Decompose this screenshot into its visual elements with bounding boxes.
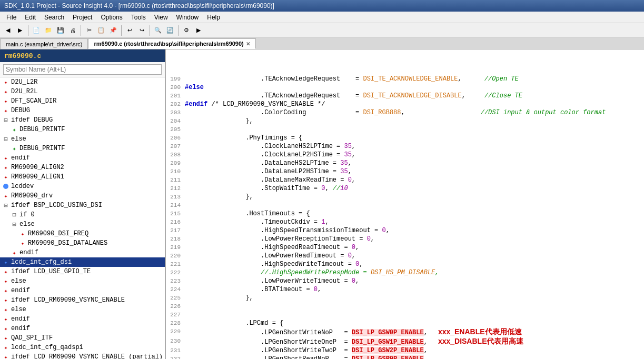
menu-edit[interactable]: Edit [21,13,40,22]
symbol-item[interactable]: ✦lcdc_int_cfg_dsi [0,257,165,267]
back-button[interactable]: ◀ [2,25,14,36]
hash-icon: ✦ [2,78,9,86]
symbol-item[interactable]: ⊟ifdef DEBUG [0,115,165,125]
copy-button[interactable]: 📋 [95,25,107,36]
hash-icon: ✦ [2,277,9,285]
symbol-label: RM69090_DSI_FREQ [28,230,88,237]
line-number: 215 [166,210,185,218]
menu-project[interactable]: Project [68,13,96,22]
redo-button[interactable]: ↪ [136,25,147,36]
open-button[interactable]: 📁 [43,25,54,36]
symbol-label: QAD_SPI_ITF [11,334,53,342]
code-line: 204 }, [166,117,644,125]
symbol-label: DEBUG [11,107,30,114]
hash-icon: ✦ [2,334,9,342]
save-button[interactable]: 💾 [55,25,66,36]
line-content: .HighSpeedReadTimeout = 0, [185,243,644,252]
symbol-item[interactable]: ✦endif [0,248,165,257]
build-button[interactable]: ⚙ [181,25,192,36]
symbol-label: ifdef LCD_RM69090_VSYNC_ENABLE (partial) [11,353,163,359]
menu-help[interactable]: Help [203,13,224,22]
tab-rm69090-close[interactable]: ✕ [246,41,250,47]
line-number: 202 [166,100,185,108]
code-line: 217 .HighSpeedTransmissionTimeout = 0, [166,226,644,235]
symbol-item[interactable]: ✦endif [0,314,165,324]
print-button[interactable]: 🖨 [67,25,78,36]
annotation-enable: xxx_ENABLE代表用低速 [438,327,522,336]
symbol-item[interactable]: ✦QAD_SPI_ITF [0,333,165,343]
line-number: 217 [166,226,185,235]
forward-button[interactable]: ▶ [14,25,26,36]
code-line: 200#else [166,83,644,92]
code-panel[interactable]: 199 .TEAcknowledgeRequest = DSI_TE_ACKNO… [166,49,644,359]
code-line: 205 [166,125,644,134]
line-content: .DataLaneHS2LPTime = 35, [185,159,644,167]
line-content: .LowPowerReceptionTimeout = 0, [185,235,644,243]
run-button[interactable]: ▶ [193,25,204,36]
code-line: 212 .StopWaitTime = 0, //10 [166,184,644,193]
symbol-item[interactable]: ✦RM69090_ALIGN2 [0,163,165,172]
symbol-item[interactable]: lcddev [0,182,165,191]
menu-file[interactable]: File [2,13,21,22]
line-number: 222 [166,268,185,277]
code-line: 206 .PhyTimings = { [166,134,644,142]
hash-icon: ✦ [2,192,9,200]
code-line: 224 .BTATimeout = 0, [166,285,644,294]
line-number: 220 [166,252,185,260]
title-bar: SDK_1.0.1 Project - Source Insight 4.0 -… [0,0,644,12]
tab-rm69090[interactable]: rm69090.c (rtos\rtthread\bsp\sifli\perip… [88,38,255,49]
symbol-item[interactable]: ✦ifdef LCD_USE_GPIO_TE [0,267,165,276]
code-line: 215 .HostTimeouts = { [166,210,644,218]
replace-button[interactable]: 🔄 [164,25,176,36]
symbol-item[interactable]: ✦else [0,276,165,286]
symbol-item[interactable]: ✦RM69090_DSI_DATALANES [0,238,165,248]
search-button[interactable]: 🔍 [152,25,164,36]
symbol-item[interactable]: ✦RM69090_drv [0,191,165,201]
code-line: 201 .TEAcknowledgeRequest = DSI_TE_ACKNO… [166,92,644,100]
symbol-item[interactable]: ✦DFT_SCAN_DIR [0,96,165,106]
menu-window[interactable]: Window [172,13,203,22]
symbol-item[interactable]: ⊟else [0,220,165,229]
menu-tools[interactable]: Tools [127,13,150,22]
symbol-item[interactable]: ✦RM69090_DSI_FREQ [0,229,165,238]
symbol-item[interactable]: ✦RM69090_ALIGN1 [0,172,165,182]
symbol-item[interactable]: ✦else [0,305,165,314]
code-line: 209 .DataLaneHS2LPTime = 35, [166,159,644,167]
tab-mainc[interactable]: main.c (example\rt_driver\src) [0,38,88,49]
symbol-label: lcdc_int_cfg_qadspi [11,344,83,351]
line-content: #else [185,83,644,92]
line-content: }, [185,294,644,302]
symbol-item[interactable]: ✦D2U_R2L [0,87,165,96]
menu-search[interactable]: Search [40,13,68,22]
cut-button[interactable]: ✂ [83,25,95,36]
symbol-item[interactable]: ✦DEBUG_PRINTF [0,144,165,153]
symbol-item[interactable]: ⊟if 0 [0,210,165,220]
new-button[interactable]: 📄 [31,25,42,36]
symbol-item[interactable]: ✦ifdef LCD_RM69090_VSYNC_ENABLE (partial… [0,352,165,359]
menu-view[interactable]: View [150,13,172,22]
symbol-search-input[interactable] [3,64,162,75]
expand-icon: ⊟ [2,135,9,143]
symbol-item[interactable]: ✦DEBUG_PRINTF [0,125,165,134]
undo-button[interactable]: ↩ [124,25,135,36]
file-name: rm69090.c [4,52,41,60]
symbol-item[interactable]: ✦endif [0,286,165,295]
symbol-label: ifdef DEBUG [11,116,53,124]
symbol-label: else [19,221,35,228]
symbol-item[interactable]: ⊟else [0,134,165,144]
symbol-label: endif [11,315,30,323]
tab-rm69090-label: rm69090.c (rtos\rtthread\bsp\sifli\perip… [94,41,243,47]
symbol-item[interactable]: ✦lcdc_int_cfg_qadspi [0,343,165,352]
menu-options[interactable]: Options [96,13,126,22]
line-content: .TEAcknowledgeRequest = DSI_TE_ACKNOWLED… [185,75,644,83]
symbol-item[interactable]: ✦endif [0,153,165,163]
symbol-item[interactable]: ✦ifdef LCD_RM69090_VSYNC_ENABLE [0,295,165,305]
line-content: .HostTimeouts = { [185,210,644,218]
symbol-item[interactable]: ✦D2U_L2R [0,77,165,87]
symbol-item[interactable]: ✦endif [0,324,165,333]
code-line: 231 .LPGenShortWriteTwoP = DSI_LP_GSW2P_… [166,346,644,355]
paste-button[interactable]: 📌 [107,25,119,36]
line-content: .BTATimeout = 0, [185,285,644,294]
symbol-item[interactable]: ✦DEBUG [0,106,165,115]
symbol-item[interactable]: ⊟ifdef BSP_LCDC_USING_DSI [0,201,165,210]
